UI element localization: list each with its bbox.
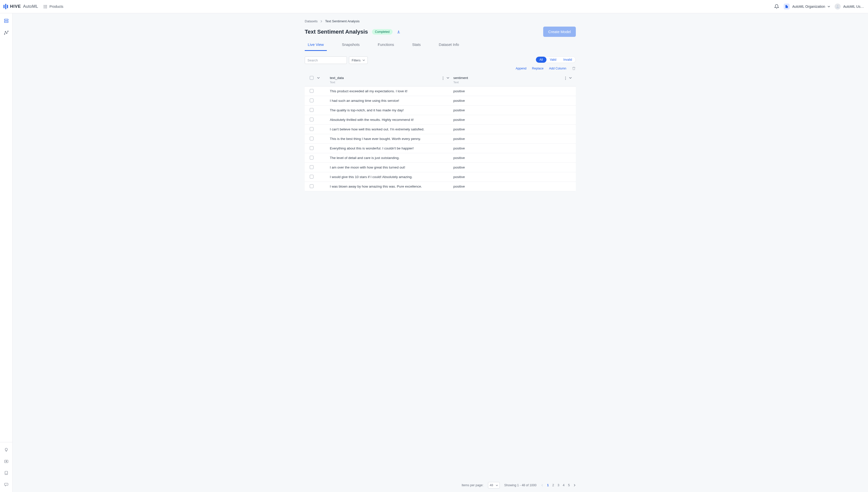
svg-point-6: [7, 31, 8, 32]
tab-live-view[interactable]: Live View: [305, 42, 327, 51]
cell-text-data: I am over the moon with how great this t…: [330, 166, 453, 169]
column-menu[interactable]: [565, 76, 566, 80]
download-button[interactable]: [397, 30, 401, 34]
row-checkbox[interactable]: [310, 127, 313, 131]
table-row[interactable]: This is the best thing I have ever bough…: [305, 134, 576, 144]
table-row[interactable]: I had such an amazing time using this se…: [305, 96, 576, 105]
breadcrumb-root[interactable]: Datasets: [305, 19, 318, 23]
page-1[interactable]: 1: [547, 484, 549, 487]
sidebar-item-ideas[interactable]: [3, 447, 9, 453]
cell-sentiment: positive: [453, 108, 576, 112]
avatar-icon: [835, 3, 841, 9]
tabs: Live View Snapshots Functions Stats Data…: [305, 42, 576, 51]
table-row[interactable]: Everything about this is wonderful. I co…: [305, 144, 576, 153]
cell-sentiment: positive: [453, 146, 576, 150]
download-icon: [397, 30, 401, 34]
svg-point-13: [565, 77, 566, 77]
cell-text-data: Everything about this is wonderful. I co…: [330, 146, 453, 150]
table-row[interactable]: Absolutely thrilled with the results. Hi…: [305, 115, 576, 125]
cell-text-data: The level of detail and care is just out…: [330, 156, 453, 160]
organization-switcher[interactable]: AutoML Organization: [784, 3, 830, 9]
column-sort[interactable]: [569, 76, 572, 80]
sidebar-item-datasets[interactable]: [3, 18, 9, 24]
filters-label: Filters: [352, 58, 360, 62]
user-menu[interactable]: AutoML Us…: [835, 3, 864, 9]
row-checkbox[interactable]: [310, 89, 313, 93]
sidebar-item-models[interactable]: [3, 30, 9, 36]
row-checkbox[interactable]: [310, 184, 313, 188]
org-name: AutoML Organization: [792, 4, 825, 8]
table-row[interactable]: I can't believe how well this worked out…: [305, 125, 576, 134]
top-bar: HIVE AutoML Products AutoML Organization…: [0, 0, 868, 13]
row-checkbox[interactable]: [310, 175, 313, 178]
items-per-page-label: Items per page:: [462, 484, 484, 487]
validity-invalid[interactable]: Invalid: [560, 57, 576, 63]
table-row[interactable]: I was blown away by how amazing this was…: [305, 182, 576, 191]
delete-button[interactable]: [572, 67, 576, 71]
row-checkbox[interactable]: [310, 99, 313, 102]
cell-sentiment: positive: [453, 175, 576, 179]
chevron-down-icon: [447, 76, 449, 79]
table-row[interactable]: This product exceeded all my expectation…: [305, 87, 576, 96]
sidebar-item-billing[interactable]: [3, 459, 9, 464]
table-row[interactable]: The level of detail and care is just out…: [305, 153, 576, 163]
products-button[interactable]: Products: [44, 4, 63, 8]
breadcrumb: Datasets Text Sentiment Analysis: [305, 19, 576, 23]
svg-point-0: [837, 5, 838, 6]
tab-functions[interactable]: Functions: [375, 42, 397, 51]
validity-valid[interactable]: Valid: [546, 57, 560, 63]
table-header: text_data Text sentiment Text: [305, 73, 576, 87]
next-page[interactable]: [573, 484, 576, 487]
chevron-right-icon: [573, 484, 576, 487]
table-row[interactable]: I am over the moon with how great this t…: [305, 163, 576, 172]
add-column-link[interactable]: Add Column: [549, 67, 566, 70]
row-checkbox[interactable]: [310, 165, 313, 169]
chat-icon: [4, 482, 8, 487]
row-checkbox[interactable]: [310, 108, 313, 112]
page-4[interactable]: 4: [563, 484, 565, 487]
replace-link[interactable]: Replace: [532, 67, 543, 70]
dots-vertical-icon: [565, 76, 566, 80]
column-type: Text: [330, 81, 453, 84]
tab-stats[interactable]: Stats: [409, 42, 424, 51]
filters-button[interactable]: Filters: [349, 56, 368, 64]
search-input[interactable]: [305, 56, 347, 64]
cell-sentiment: positive: [453, 99, 576, 103]
row-checkbox[interactable]: [310, 137, 313, 141]
items-per-page-select[interactable]: 48: [488, 482, 500, 489]
tab-dataset-info[interactable]: Dataset Info: [436, 42, 462, 51]
row-checkbox[interactable]: [310, 118, 313, 121]
row-checkbox[interactable]: [310, 156, 313, 159]
table-row[interactable]: The quality is top-notch, and it has mad…: [305, 105, 576, 115]
svg-point-12: [443, 79, 444, 80]
append-link[interactable]: Append: [516, 67, 526, 70]
table-row[interactable]: I would give this 10 stars if I could! A…: [305, 172, 576, 182]
page-5[interactable]: 5: [568, 484, 570, 487]
prev-page[interactable]: [541, 484, 543, 487]
column-header-text-data: text_data Text: [330, 76, 453, 84]
sidebar-item-feedback[interactable]: [3, 482, 9, 488]
breadcrumb-current: Text Sentiment Analysis: [325, 19, 359, 23]
column-sort[interactable]: [447, 76, 449, 80]
logo-subbrand: AutoML: [23, 4, 38, 9]
select-all-checkbox[interactable]: [310, 76, 313, 80]
logo[interactable]: HIVE AutoML: [3, 4, 38, 9]
chevron-down-icon: [569, 76, 572, 79]
page-3[interactable]: 3: [558, 484, 559, 487]
cell-text-data: The quality is top-notch, and it has mad…: [330, 108, 453, 112]
column-menu[interactable]: [443, 76, 444, 80]
chevron-down-icon: [362, 59, 365, 62]
validity-all[interactable]: All: [536, 57, 546, 63]
notifications-button[interactable]: [774, 4, 779, 9]
validity-filter: All Valid Invalid: [536, 56, 576, 63]
svg-point-4: [5, 31, 6, 32]
cell-text-data: I was blown away by how amazing this was…: [330, 184, 453, 188]
sidebar-item-docs[interactable]: [3, 470, 9, 476]
svg-rect-2: [4, 21, 8, 23]
create-model-button[interactable]: Create Model: [543, 27, 576, 37]
page-2[interactable]: 2: [552, 484, 554, 487]
row-checkbox[interactable]: [310, 146, 313, 150]
select-options[interactable]: [317, 76, 320, 79]
tab-snapshots[interactable]: Snapshots: [339, 42, 363, 51]
cell-sentiment: positive: [453, 118, 576, 122]
